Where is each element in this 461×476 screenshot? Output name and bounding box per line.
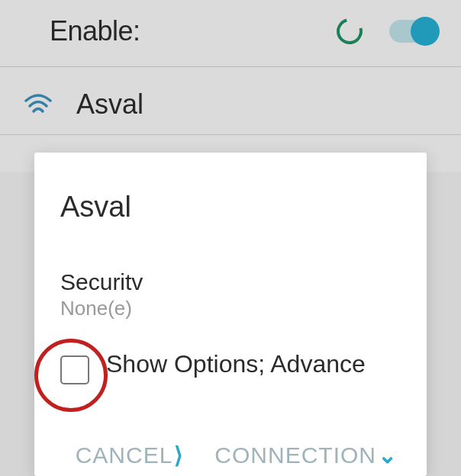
security-value: None(e) <box>56 297 405 320</box>
wifi-network-name: Asval <box>76 88 143 121</box>
wifi-network-item[interactable]: Asval <box>0 75 461 135</box>
arrow-indicator-icon: ⟩ <box>174 442 184 468</box>
wifi-header: Enable: <box>0 0 461 67</box>
advanced-options-row[interactable]: Show Options; Advance <box>56 351 405 384</box>
security-label: Securitv <box>56 269 405 295</box>
arrow-indicator-icon: ⌄ <box>378 442 398 468</box>
dialog-actions: CANCEL⟩ CONNECTION⌄ <box>56 442 405 468</box>
cancel-button[interactable]: CANCEL⟩ <box>76 442 185 468</box>
advanced-options-checkbox[interactable] <box>60 355 89 384</box>
connect-button[interactable]: CONNECTION⌄ <box>214 442 398 468</box>
wifi-connect-dialog: Asval Securitv None(e) Show Options; Adv… <box>34 153 427 476</box>
advanced-options-label: Show Options; Advance <box>106 351 366 378</box>
header-controls <box>337 18 438 44</box>
wifi-enable-toggle[interactable] <box>389 20 438 43</box>
refresh-spinner-icon[interactable] <box>332 14 367 49</box>
header-title: Enable: <box>50 15 140 47</box>
toggle-knob <box>411 17 440 46</box>
wifi-signal-icon <box>23 93 53 116</box>
dialog-title: Asval <box>56 191 405 224</box>
